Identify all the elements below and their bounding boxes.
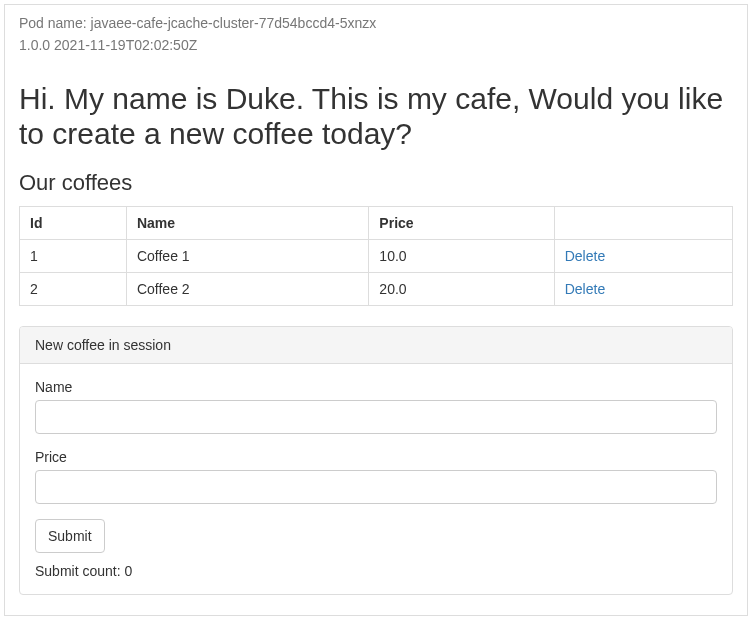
version: 1.0.0 [19, 37, 50, 53]
col-name: Name [126, 206, 368, 239]
col-actions [554, 206, 732, 239]
cell-id: 2 [20, 272, 127, 305]
submit-count: Submit count: 0 [35, 563, 717, 579]
pod-label: Pod name: [19, 15, 87, 31]
table-row: 2 Coffee 2 20.0 Delete [20, 272, 733, 305]
cell-id: 1 [20, 239, 127, 272]
submit-count-label: Submit count: [35, 563, 121, 579]
cell-name: Coffee 2 [126, 272, 368, 305]
section-title: Our coffees [19, 170, 733, 196]
price-label: Price [35, 449, 717, 465]
submit-button[interactable]: Submit [35, 519, 105, 553]
pod-name: javaee-cafe-jcache-cluster-77d54bccd4-5x… [91, 15, 377, 31]
build-timestamp: 2021-11-19T02:02:50Z [54, 37, 197, 53]
new-coffee-panel: New coffee in session Name Price Submit … [19, 326, 733, 595]
delete-link[interactable]: Delete [565, 281, 605, 297]
panel-body: Name Price Submit Submit count: 0 [20, 364, 732, 594]
table-row: 1 Coffee 1 10.0 Delete [20, 239, 733, 272]
panel-heading: New coffee in session [20, 327, 732, 364]
app-container: Pod name: javaee-cafe-jcache-cluster-77d… [4, 4, 748, 616]
price-input[interactable] [35, 470, 717, 504]
page-title: Hi. My name is Duke. This is my cafe, Wo… [19, 81, 733, 152]
coffees-table: Id Name Price 1 Coffee 1 10.0 Delete 2 C… [19, 206, 733, 306]
cell-price: 10.0 [369, 239, 554, 272]
cell-name: Coffee 1 [126, 239, 368, 272]
version-info: 1.0.0 2021-11-19T02:02:50Z [19, 37, 733, 53]
table-header-row: Id Name Price [20, 206, 733, 239]
cell-price: 20.0 [369, 272, 554, 305]
name-input[interactable] [35, 400, 717, 434]
submit-count-value: 0 [125, 563, 133, 579]
col-id: Id [20, 206, 127, 239]
col-price: Price [369, 206, 554, 239]
pod-info: Pod name: javaee-cafe-jcache-cluster-77d… [19, 15, 733, 31]
delete-link[interactable]: Delete [565, 248, 605, 264]
name-label: Name [35, 379, 717, 395]
